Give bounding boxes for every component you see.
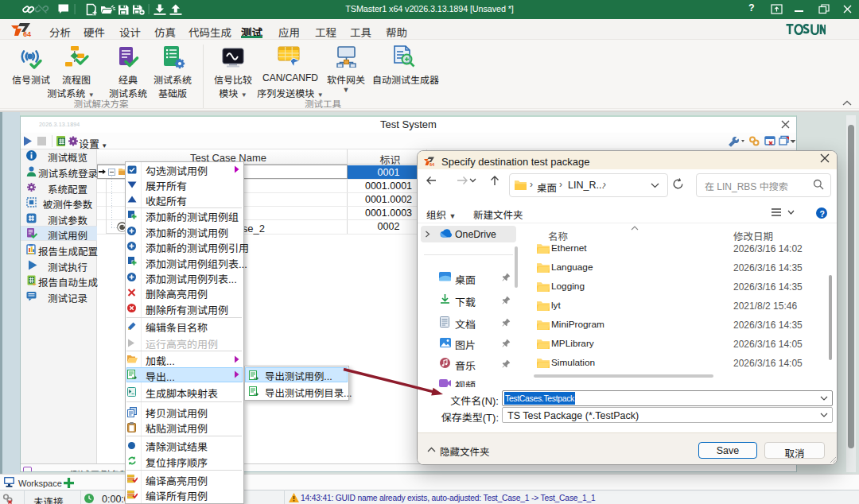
svg-text:64: 64 — [430, 162, 435, 167]
svg-text:64: 64 — [23, 30, 31, 38]
